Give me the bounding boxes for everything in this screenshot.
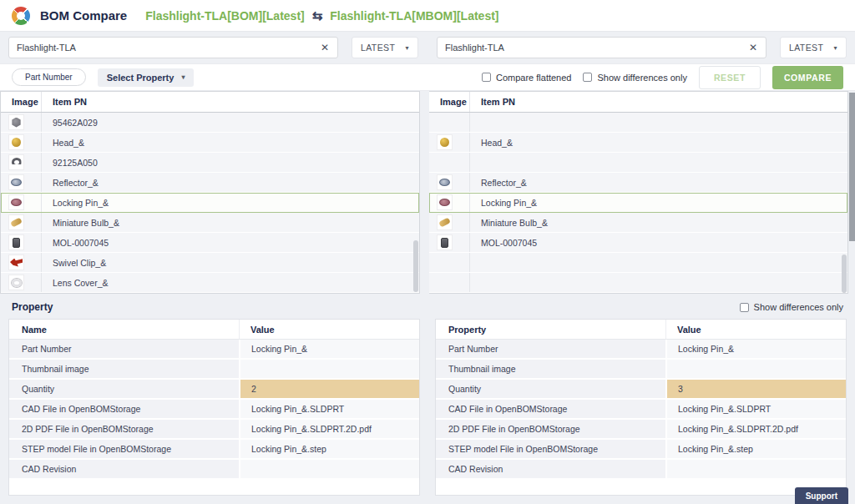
left-property-rows: Part NumberLocking Pin_&Thumbnail imageQ… [9, 340, 419, 480]
property-name-cell: CAD File in OpenBOMStorage [436, 400, 665, 418]
item-row-reflector[interactable]: Reflector_& [429, 173, 847, 193]
image-column-header: Image [1, 97, 41, 107]
item-thumbnail-cell [1, 194, 41, 210]
property-row-cad-revision: CAD Revision [9, 460, 419, 480]
item-row-95462a029[interactable]: 95462A029 [1, 113, 419, 133]
item-pn-cell [469, 113, 847, 132]
chevron-down-icon: ▾ [834, 44, 837, 52]
name-column-header: Name [9, 320, 239, 339]
chevron-down-icon: ▾ [406, 44, 409, 52]
property-show-differences-checkbox[interactable] [740, 303, 749, 312]
compare-flattened-option: Compare flattened [482, 73, 572, 83]
item-thumbnail-cell [1, 134, 41, 150]
item-row-locking-pin[interactable]: Locking Pin_& [429, 193, 847, 213]
property-section: Property Show differences only Name Valu… [0, 294, 855, 496]
property-show-differences-option: Show differences only [740, 302, 843, 312]
property-section-title: Property [12, 301, 53, 313]
property-value-cell [239, 460, 419, 478]
right-clear-icon[interactable]: ✕ [748, 43, 758, 53]
item-row-mol-0007045[interactable]: MOL-0007045 [1, 233, 419, 253]
select-property-dropdown[interactable]: Select Property ▾ [98, 68, 195, 87]
compare-button[interactable]: COMPARE [772, 66, 843, 89]
item-row-empty[interactable] [429, 113, 847, 133]
select-property-label: Select Property [107, 73, 175, 83]
bulb-icon [10, 217, 23, 227]
item-pn-cell: Locking Pin_& [469, 193, 847, 212]
item-row-empty[interactable] [429, 153, 847, 173]
right-bom-title: Flashlight-TLA[MBOM][Latest] [330, 9, 498, 23]
show-differences-label: Show differences only [597, 73, 686, 83]
property-name-cell: Thumbnail image [9, 360, 239, 378]
item-row-swivel-clip[interactable]: Swivel Clip_& [1, 253, 419, 273]
property-name-cell: CAD Revision [436, 460, 665, 478]
hex-nut-icon [12, 118, 22, 128]
right-property-rows: Part NumberLocking Pin_&Thumbnail imageQ… [436, 340, 846, 480]
property-value-cell: 3 [665, 380, 846, 398]
property-value-cell: Locking Pin_&.step [665, 440, 846, 458]
left-bom-search-input[interactable] [17, 43, 320, 53]
property-value-cell: Locking Pin_&.SLDPRT.2D.pdf [665, 420, 846, 438]
reset-button[interactable]: RESET [699, 66, 761, 89]
item-row-mol-0007045[interactable]: MOL-0007045 [429, 233, 847, 253]
item-row-head[interactable]: Head_& [1, 133, 419, 153]
property-row-thumbnail-image: Thumbnail image [9, 360, 419, 380]
left-clear-icon[interactable]: ✕ [320, 43, 330, 53]
item-row-reflector[interactable]: Reflector_& [1, 173, 419, 193]
item-thumbnail-cell [429, 174, 469, 190]
property-name-cell: STEP model File in OpenBOMStorage [9, 440, 239, 458]
part-number-chip[interactable]: Part Number [12, 68, 86, 86]
item-pn-column-header: Item PN [41, 92, 419, 112]
left-search-box: ✕ [8, 37, 338, 58]
left-table-scrollbar[interactable] [413, 240, 418, 292]
thumbnail [8, 234, 24, 250]
compare-flattened-checkbox[interactable] [482, 73, 491, 82]
battery-icon [13, 238, 20, 248]
item-row-empty[interactable] [429, 273, 847, 293]
show-differences-checkbox[interactable] [583, 73, 592, 82]
property-value-cell [665, 360, 846, 378]
item-row-miniature-bulb[interactable]: Miniature Bulb_& [1, 213, 419, 233]
page-scrollbar[interactable] [849, 93, 855, 241]
item-row-lens-cover[interactable]: Lens Cover_& [1, 273, 419, 293]
property-row-cad-revision: CAD Revision [436, 460, 846, 480]
item-row-miniature-bulb[interactable]: Miniature Bulb_& [429, 213, 847, 233]
item-pn-cell: Reflector_& [41, 173, 419, 192]
battery-icon [441, 238, 448, 248]
reflector-icon [439, 179, 450, 186]
property-value-cell: Locking Pin_&.SLDPRT [665, 400, 846, 418]
search-row: ✕ LATEST ▾ ✕ LATEST ▾ [0, 32, 855, 63]
left-revision-select[interactable]: LATEST ▾ [352, 37, 418, 58]
right-revision-select[interactable]: LATEST ▾ [780, 37, 847, 58]
openbom-logo-icon [12, 7, 30, 25]
thumbnail [8, 255, 24, 270]
item-row-head[interactable]: Head_& [429, 133, 847, 153]
item-thumbnail-cell [1, 114, 41, 130]
thumbnail [437, 194, 453, 210]
item-thumbnail-cell [1, 275, 41, 290]
item-row-empty[interactable] [429, 253, 847, 273]
property-name-cell: Quantity [436, 380, 665, 398]
item-row-locking-pin[interactable]: Locking Pin_& [1, 193, 419, 213]
property-name-cell: 2D PDF File in OpenBOMStorage [436, 420, 665, 438]
gold-dome-icon [440, 138, 449, 147]
support-button[interactable]: Support [795, 487, 848, 504]
property-value-cell: Locking Pin_&.SLDPRT.2D.pdf [239, 420, 419, 438]
item-thumbnail-cell [1, 234, 41, 250]
thumbnail [8, 194, 24, 210]
thumbnail [8, 134, 24, 150]
property-value-cell: Locking Pin_& [239, 340, 419, 358]
item-thumbnail-cell [1, 214, 41, 230]
right-bom-search-input[interactable] [445, 43, 748, 53]
left-item-table-header: Image Item PN [1, 92, 419, 113]
value-column-header: Value [665, 320, 846, 339]
item-pn-cell [469, 253, 847, 272]
property-name-cell: Part Number [9, 340, 239, 358]
item-row-92125a050[interactable]: 92125A050 [1, 153, 419, 173]
property-name-cell: CAD File in OpenBOMStorage [9, 400, 239, 418]
item-thumbnail-cell [429, 214, 469, 230]
item-thumbnail-cell [429, 234, 469, 250]
right-item-table: Image Item PN Head_&Reflector_&Locking P… [429, 91, 848, 294]
left-item-rows: 95462A029Head_&92125A050Reflector_&Locki… [1, 113, 419, 293]
property-show-differences-label: Show differences only [754, 302, 843, 312]
right-table-scrollbar[interactable] [842, 255, 847, 293]
